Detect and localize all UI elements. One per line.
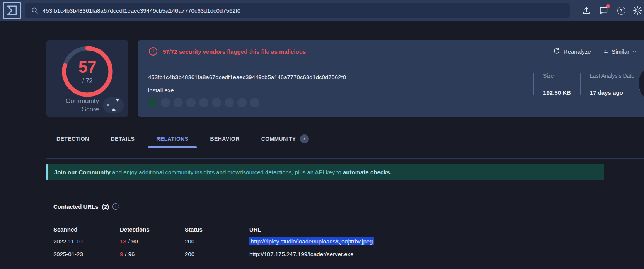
top-bar: ? (0, 0, 644, 21)
tab-label: DETECTION (56, 136, 89, 142)
tag-pill[interactable] (250, 98, 259, 107)
file-name: install.exe (148, 87, 174, 94)
column-header: URL (249, 226, 602, 233)
reanalyze-label: Reanalyze (564, 48, 591, 55)
column-header: Detections (120, 226, 185, 233)
info-icon[interactable]: i (112, 203, 119, 210)
tab[interactable]: DETECTION (56, 130, 89, 148)
vote-down-icon[interactable] (116, 99, 119, 108)
refresh-icon (553, 48, 560, 55)
tab[interactable]: BEHAVIOR (210, 130, 240, 148)
url-link[interactable]: http://107.175.247.199/loader/server.exe (249, 251, 353, 257)
topbar-divider (576, 3, 576, 17)
banner-text: and enjoy additional community insights … (111, 169, 343, 175)
theme-toggle-button[interactable] (632, 5, 642, 15)
table-row: 2022-11-10 13/ 90 200 http://ripley.stud… (53, 235, 602, 248)
reanalyze-button[interactable]: Reanalyze (553, 48, 591, 55)
tab-count-badge: 7 (300, 134, 309, 143)
upload-icon (582, 6, 591, 15)
verdict-banner: ! 57/72 security vendors flagged this fi… (138, 40, 644, 63)
section-divider (46, 266, 604, 266)
help-icon: ? (617, 7, 625, 15)
file-meta: Size 192.50 KB Last Analysis Date 17 day… (533, 73, 644, 96)
table-body: 2022-11-10 13/ 90 200 http://ripley.stud… (53, 235, 602, 260)
section-divider (46, 200, 604, 200)
tag-pill[interactable] (186, 98, 196, 107)
table-row: 2025-01-23 9/ 96 200 http://107.175.247.… (53, 248, 602, 260)
score-total: / 72 (82, 78, 93, 85)
tab[interactable]: DETAILS (111, 130, 135, 148)
tab-label: RELATIONS (156, 136, 188, 142)
tab-label: COMMUNITY (261, 136, 296, 142)
filetype-badge (639, 64, 644, 103)
similar-button[interactable]: ≈ Similar (604, 48, 636, 55)
vote-widget[interactable] (103, 97, 124, 113)
vote-up-icon[interactable] (112, 102, 116, 111)
file-hash: 453fb1c4b3b48361fa8a67dcedf1eaec39449cb5… (148, 74, 346, 80)
tab-label: DETAILS (111, 136, 135, 142)
table-header-row: ScannedDetectionsStatusURL (53, 223, 602, 235)
tag-pill[interactable] (174, 98, 183, 107)
automate-checks-link[interactable]: automate checks. (343, 169, 392, 175)
community-score-card: 57 / 72 Community Score (46, 40, 128, 117)
size-label: Size (543, 73, 571, 79)
join-community-link[interactable]: Join our Community (54, 169, 111, 175)
section-title: Contacted URLs (53, 203, 99, 210)
detections-flagged: 13 (120, 238, 126, 245)
vote-carets[interactable] (112, 102, 119, 109)
virustotal-logo[interactable] (3, 2, 21, 19)
tabs-divider (46, 158, 644, 159)
last-analysis-label: Last Analysis Date (590, 73, 634, 79)
community-score-label: Community Score (66, 97, 99, 114)
detections-flagged: 9 (120, 251, 123, 257)
verdict-text: 57/72 security vendors flagged this file… (163, 48, 306, 55)
size-value: 192.50 KB (543, 89, 571, 96)
section-count: (2) (102, 203, 109, 210)
sun-icon (633, 6, 642, 15)
column-header: Status (185, 226, 249, 233)
notification-dot (606, 4, 610, 8)
tag-pill[interactable] (237, 98, 247, 107)
tag-pill[interactable] (148, 98, 157, 107)
detections-cell: 13/ 90 (120, 238, 185, 245)
detections-cell: 9/ 96 (120, 251, 185, 257)
tab[interactable]: COMMUNITY 7 (261, 130, 309, 148)
tag-pill[interactable] (212, 98, 221, 107)
status-cell: 200 (185, 251, 249, 257)
url-link[interactable]: http://ripley.studio/loader/uploads/Qanj… (249, 237, 374, 245)
detection-gauge: 57 / 72 (60, 44, 114, 99)
scanned-cell: 2022-11-10 (53, 238, 120, 245)
chevron-down-icon (632, 48, 637, 53)
tag-pill[interactable] (225, 98, 234, 107)
tab-bar: DETECTION DETAILS RELATIONS BEHAVIOR COM… (56, 130, 309, 148)
tag-pill[interactable] (199, 98, 208, 107)
tab[interactable]: RELATIONS (156, 130, 188, 148)
virustotal-logo-icon (5, 4, 19, 17)
contacted-urls-header: Contacted URLs (2) i (53, 203, 119, 210)
score-value: 57 (78, 59, 97, 75)
tab-label: BEHAVIOR (210, 136, 240, 142)
detections-total: / 90 (128, 238, 138, 245)
contacted-urls-table: ScannedDetectionsStatusURL 2022-11-10 13… (53, 223, 602, 260)
help-button[interactable]: ? (616, 5, 626, 15)
file-header-panel: ! 57/72 security vendors flagged this fi… (138, 40, 644, 117)
tag-list (148, 98, 516, 107)
status-cell: 200 (185, 238, 249, 245)
search-input[interactable] (25, 3, 570, 18)
similar-icon: ≈ (604, 48, 608, 55)
last-analysis-value: 17 days ago (590, 89, 634, 96)
warning-icon: ! (149, 47, 157, 56)
feedback-button[interactable] (598, 5, 608, 15)
upload-button[interactable] (581, 5, 591, 15)
column-header: Scanned (53, 226, 120, 233)
detections-total: / 96 (125, 251, 135, 257)
tag-pill[interactable] (161, 98, 170, 107)
community-banner: Join our Community and enjoy additional … (46, 164, 604, 180)
section-divider (46, 218, 604, 218)
virustotal-page: ? 57 / 72 (0, 0, 644, 269)
vote-dot-icon (107, 104, 109, 106)
similar-label: Similar (612, 48, 629, 55)
scanned-cell: 2025-01-23 (53, 251, 120, 257)
